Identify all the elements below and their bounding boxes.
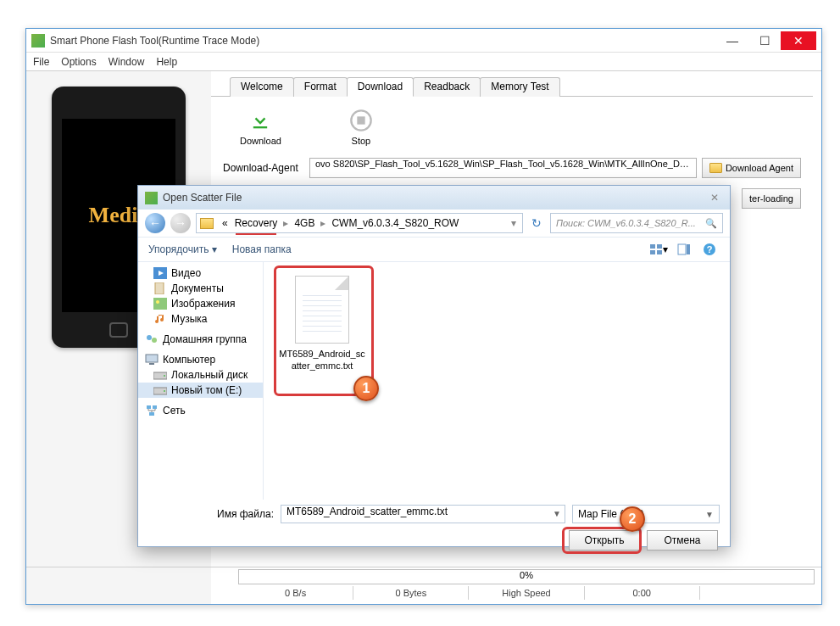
download-agent-button[interactable]: Download Agent	[702, 158, 801, 178]
computer-icon	[145, 354, 159, 366]
open-file-dialog: Open Scatter File ✕ ← → « Recovery ▸ 4GB…	[137, 185, 731, 547]
minimize-button[interactable]: ―	[716, 31, 748, 50]
filename-input[interactable]: MT6589_Android_scatter_emmc.txt▼	[281, 505, 565, 523]
chevron-right-icon: ▸	[281, 217, 291, 229]
cancel-button[interactable]: Отмена	[647, 530, 718, 551]
nav-forward-button[interactable]: →	[170, 213, 191, 233]
filename-label: Имя файла:	[148, 508, 274, 520]
video-icon	[153, 267, 167, 279]
menubar: File Options Window Help	[26, 53, 821, 71]
disk-icon	[153, 384, 167, 396]
new-folder-button[interactable]: Новая папка	[232, 243, 292, 255]
file-icon	[295, 276, 349, 344]
crumb-4gb[interactable]: 4GB	[291, 217, 318, 229]
status-time: 0:00	[585, 586, 700, 600]
tab-download[interactable]: Download	[347, 77, 414, 97]
chevron-right-icon: ▸	[318, 217, 328, 229]
folder-tree: Видео Документы Изображения Музыка Домаш…	[138, 262, 264, 500]
tree-network[interactable]: Сеть	[138, 403, 263, 418]
view-menu[interactable]: ▾	[648, 241, 669, 258]
app-icon	[31, 34, 45, 48]
tree-documents[interactable]: Документы	[138, 281, 263, 296]
file-type-filter[interactable]: Map File (*.txt)▼	[572, 505, 720, 523]
status-speed: 0 B/s	[238, 586, 353, 600]
organize-menu[interactable]: Упорядочить ▾	[148, 243, 217, 255]
annotation-underline	[236, 233, 276, 235]
menu-options[interactable]: Options	[61, 56, 96, 68]
download-label: Download	[240, 136, 281, 146]
svg-point-16	[147, 335, 152, 340]
svg-point-21	[164, 375, 165, 377]
annotation-marker-2: 2	[620, 506, 645, 532]
stop-icon	[349, 109, 373, 132]
dialog-title: Open Scatter File	[163, 192, 242, 204]
svg-point-15	[156, 300, 159, 304]
progress-percent: 0%	[239, 570, 814, 580]
svg-rect-3	[650, 244, 655, 249]
svg-rect-8	[687, 244, 690, 254]
close-button[interactable]: ✕	[781, 31, 816, 50]
svg-rect-14	[153, 298, 167, 310]
dialog-icon	[145, 192, 158, 204]
annotation-marker-1: 1	[353, 376, 379, 401]
tree-computer[interactable]: Компьютер	[138, 352, 263, 367]
file-pane[interactable]: MT6589_Android_scatter_emmc.txt 1	[264, 262, 730, 500]
svg-rect-19	[149, 363, 154, 365]
search-input[interactable]: Поиск: CWM_v6.0.3.4_S820_R... 🔍	[550, 213, 723, 233]
download-button[interactable]: Download	[240, 109, 281, 146]
svg-rect-24	[147, 405, 151, 409]
svg-rect-7	[678, 244, 686, 254]
svg-rect-25	[153, 405, 157, 409]
tab-format[interactable]: Format	[293, 77, 348, 97]
phone-home-icon	[109, 322, 128, 338]
svg-point-17	[152, 338, 157, 343]
nav-back-button[interactable]: ←	[145, 213, 165, 233]
folder-icon	[709, 163, 722, 173]
stop-button[interactable]: Stop	[349, 109, 373, 146]
disk-icon	[153, 369, 167, 381]
tab-memory-test[interactable]: Memory Test	[480, 77, 559, 97]
dialog-titlebar: Open Scatter File ✕	[138, 186, 730, 210]
svg-rect-18	[146, 355, 158, 362]
help-button[interactable]: ?	[699, 241, 720, 258]
window-title: Smart Phone Flash Tool(Runtime Trace Mod…	[50, 35, 716, 47]
chevron-down-icon[interactable]: ▼	[553, 509, 561, 518]
download-agent-label: Download-Agent	[223, 162, 309, 174]
chevron-down-icon[interactable]: ▾	[509, 217, 519, 229]
tree-homegroup[interactable]: Домашняя группа	[138, 332, 263, 347]
chevron-down-icon: ▼	[705, 510, 714, 519]
status-mode: High Speed	[469, 586, 584, 600]
svg-rect-6	[657, 250, 662, 254]
tree-new-volume[interactable]: Новый том (E:)	[138, 383, 263, 398]
crumb-recovery[interactable]: Recovery	[231, 217, 281, 229]
svg-rect-13	[155, 282, 164, 294]
breadcrumb[interactable]: « Recovery ▸ 4GB ▸ CWM_v6.0.3.4_S820_ROW…	[196, 213, 523, 233]
preview-pane-button[interactable]	[674, 241, 694, 258]
menu-help[interactable]: Help	[156, 56, 177, 68]
download-agent-input[interactable]: ovo S820\SP_Flash_Tool_v5.1628_Win\SP_Fl…	[309, 158, 697, 178]
maximize-button[interactable]: ☐	[748, 31, 781, 50]
download-icon	[248, 109, 272, 132]
svg-text:?: ?	[707, 244, 713, 254]
crumb-cwm[interactable]: CWM_v6.0.3.4_S820_ROW	[328, 217, 462, 229]
scatter-loading-button[interactable]: ter-loading	[742, 188, 801, 209]
tree-local-disk[interactable]: Локальный диск	[138, 367, 263, 383]
tree-video[interactable]: Видео	[138, 265, 263, 281]
svg-point-23	[164, 390, 165, 392]
tab-readback[interactable]: Readback	[413, 77, 481, 97]
refresh-button[interactable]: ↻	[528, 216, 545, 230]
tab-welcome[interactable]: Welcome	[230, 77, 294, 97]
menu-file[interactable]: File	[33, 56, 49, 68]
svg-rect-26	[149, 412, 154, 416]
svg-rect-2	[357, 116, 364, 124]
menu-window[interactable]: Window	[108, 56, 145, 68]
documents-icon	[153, 282, 167, 294]
svg-rect-0	[253, 126, 267, 128]
stop-label: Stop	[352, 136, 371, 146]
status-bar: 0% 0 B/s 0 Bytes High Speed 0:00	[26, 567, 821, 604]
tree-images[interactable]: Изображения	[138, 296, 263, 311]
dialog-close-button[interactable]: ✕	[706, 190, 723, 205]
svg-rect-5	[650, 250, 655, 254]
progress-bar: 0%	[238, 569, 815, 584]
tree-music[interactable]: Музыка	[138, 311, 263, 327]
